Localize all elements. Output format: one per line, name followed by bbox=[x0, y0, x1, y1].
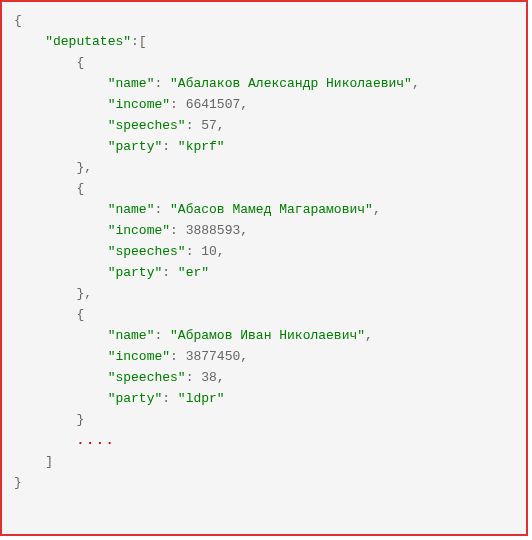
brace-open: { bbox=[14, 10, 514, 31]
entry-open: { bbox=[14, 304, 514, 325]
speeches-line: "speeches": 10, bbox=[14, 241, 514, 262]
array-close: ] bbox=[14, 451, 514, 472]
name-line: "name": "Абалаков Александр Николаевич", bbox=[14, 73, 514, 94]
deputates-key-line: "deputates":[ bbox=[14, 31, 514, 52]
party-line: "party": "er" bbox=[14, 262, 514, 283]
speeches-line: "speeches": 38, bbox=[14, 367, 514, 388]
party-line: "party": "ldpr" bbox=[14, 388, 514, 409]
party-line: "party": "kprf" bbox=[14, 136, 514, 157]
entry-close: } bbox=[14, 409, 514, 430]
entry-open: { bbox=[14, 178, 514, 199]
speeches-line: "speeches": 57, bbox=[14, 115, 514, 136]
json-code-block: { "deputates":[ { "name": "Абалаков Алек… bbox=[0, 0, 528, 536]
income-line: "income": 3877450, bbox=[14, 346, 514, 367]
name-line: "name": "Абрамов Иван Николаевич", bbox=[14, 325, 514, 346]
name-line: "name": "Абасов Мамед Магарамович", bbox=[14, 199, 514, 220]
income-line: "income": 6641507, bbox=[14, 94, 514, 115]
entry-close: }, bbox=[14, 157, 514, 178]
income-line: "income": 3888593, bbox=[14, 220, 514, 241]
brace-close: } bbox=[14, 472, 514, 493]
entry-open: { bbox=[14, 52, 514, 73]
ellipsis-line: .... bbox=[14, 430, 514, 451]
entry-close: }, bbox=[14, 283, 514, 304]
